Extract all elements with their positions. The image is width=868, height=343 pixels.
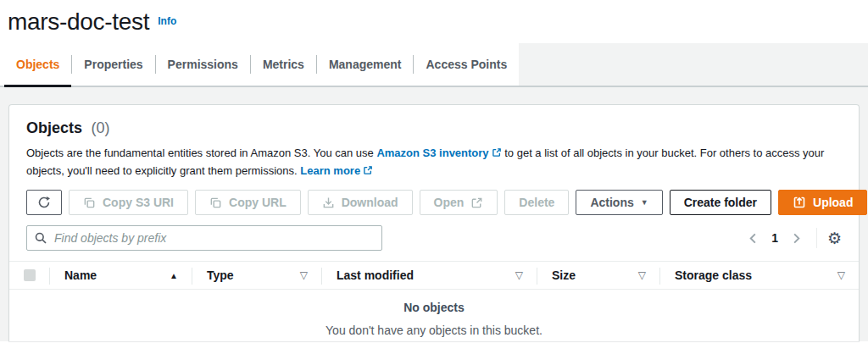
panel-title: Objects — [26, 119, 82, 136]
chevron-down-icon: ▼ — [641, 199, 648, 207]
sort-icon: ▽ — [515, 269, 523, 281]
copy-s3-uri-button[interactable]: Copy S3 URI — [69, 190, 188, 215]
pagination-divider — [816, 228, 817, 248]
objects-table-header: Name ▲ Type ▽ Last modified ▽ Size ▽ Sto… — [9, 261, 859, 290]
search-icon — [34, 231, 47, 245]
upload-icon — [793, 196, 806, 209]
actions-dropdown-button[interactable]: Actions ▼ — [576, 190, 662, 215]
external-link-icon — [363, 165, 373, 175]
panel-description: Objects are the fundamental entities sto… — [9, 137, 859, 180]
select-all-checkbox[interactable] — [24, 269, 36, 281]
column-header-name[interactable]: Name ▲ — [49, 262, 192, 289]
previous-page-button[interactable] — [743, 230, 763, 246]
page-title: mars-doc-test — [8, 8, 149, 36]
sort-icon: ▽ — [837, 269, 845, 281]
find-objects-input[interactable] — [26, 225, 382, 251]
learn-more-link[interactable]: Learn more — [300, 164, 373, 177]
info-link[interactable]: Info — [158, 15, 176, 27]
external-link-icon — [470, 196, 483, 209]
column-header-type[interactable]: Type ▽ — [192, 262, 321, 289]
chevron-left-icon — [747, 232, 760, 245]
external-link-icon — [492, 147, 502, 158]
description-text: Objects are the fundamental entities sto… — [26, 147, 374, 159]
tab-properties[interactable]: Properties — [72, 43, 154, 86]
copy-url-button[interactable]: Copy URL — [195, 190, 301, 215]
pagination: 1 ⚙ — [743, 228, 842, 248]
objects-count: (0) — [91, 119, 109, 136]
toolbar: Copy S3 URI Copy URL Download Open Delet… — [9, 180, 859, 215]
s3-bucket-page: mars-doc-test Info Objects Properties Pe… — [0, 0, 868, 343]
panel-header: Objects (0) — [9, 105, 859, 137]
column-header-last-modified[interactable]: Last modified ▽ — [321, 262, 537, 289]
create-folder-button[interactable]: Create folder — [670, 190, 771, 215]
download-icon — [322, 196, 335, 209]
tab-bar: Objects Properties Permissions Metrics M… — [0, 43, 868, 87]
content-area: Objects (0) Objects are the fundamental … — [0, 87, 868, 341]
tab-permissions[interactable]: Permissions — [156, 43, 250, 86]
objects-panel: Objects (0) Objects are the fundamental … — [8, 104, 860, 341]
download-button[interactable]: Download — [308, 190, 413, 215]
sort-ascending-icon: ▲ — [170, 271, 178, 280]
settings-gear-button[interactable]: ⚙ — [827, 230, 842, 246]
tab-list: Objects Properties Permissions Metrics M… — [0, 43, 519, 86]
refresh-button[interactable] — [26, 190, 62, 215]
s3-inventory-link[interactable]: Amazon S3 inventory — [376, 147, 501, 159]
column-header-size[interactable]: Size ▽ — [537, 262, 659, 289]
current-page-number[interactable]: 1 — [763, 231, 787, 245]
refresh-icon — [37, 196, 51, 209]
sort-icon: ▽ — [300, 269, 308, 281]
sort-icon: ▽ — [638, 269, 646, 281]
search-box — [26, 225, 382, 251]
column-header-storage-class[interactable]: Storage class ▽ — [659, 262, 859, 289]
tab-management[interactable]: Management — [317, 43, 414, 86]
empty-state-title: No objects — [9, 301, 859, 314]
tab-access-points[interactable]: Access Points — [414, 43, 519, 86]
copy-icon — [83, 196, 96, 209]
filter-row: 1 ⚙ — [9, 215, 859, 261]
copy-icon — [209, 196, 222, 209]
open-button[interactable]: Open — [420, 190, 498, 215]
select-all-cell — [9, 262, 49, 289]
tab-objects[interactable]: Objects — [4, 43, 71, 86]
page-header: mars-doc-test Info — [0, 0, 868, 43]
empty-state: No objects You don't have any objects in… — [9, 290, 859, 337]
delete-button[interactable]: Delete — [504, 190, 569, 215]
tab-metrics[interactable]: Metrics — [251, 43, 316, 86]
gear-icon: ⚙ — [827, 230, 842, 247]
upload-button[interactable]: Upload — [778, 190, 867, 215]
empty-state-message: You don't have any objects in this bucke… — [9, 324, 859, 337]
chevron-right-icon — [790, 232, 803, 245]
next-page-button[interactable] — [787, 230, 806, 246]
